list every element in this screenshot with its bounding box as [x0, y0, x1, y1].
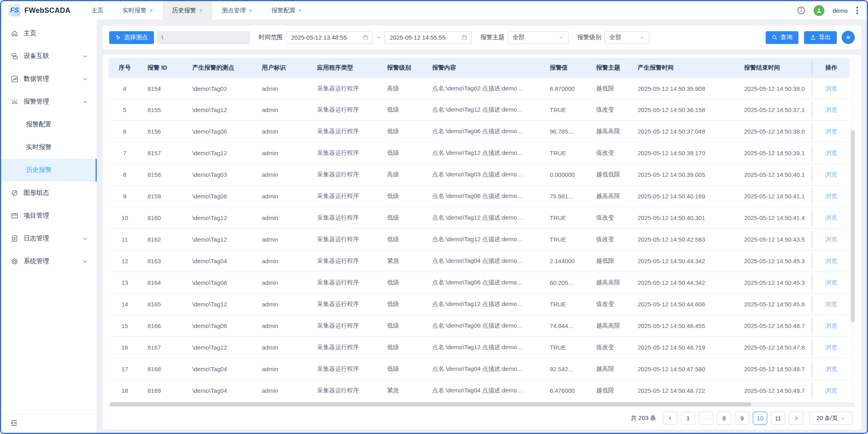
selected-point-input[interactable] [157, 31, 250, 44]
browse-link[interactable]: 浏览 [825, 192, 837, 199]
sidebar-subitem-历史报警[interactable]: 历史报警 [1, 159, 97, 182]
time-to-input[interactable] [389, 34, 458, 41]
browse-link[interactable]: 浏览 [825, 149, 837, 156]
cell-app: 采集器运行程序 [311, 99, 381, 121]
cell-seq: 10 [108, 207, 141, 229]
tab-报警配置[interactable]: 报警配置× [262, 1, 311, 20]
cell-app: 采集器运行程序 [311, 186, 381, 207]
browse-link[interactable]: 浏览 [825, 257, 837, 264]
browse-link[interactable]: 浏览 [825, 106, 837, 113]
sidebar-item-主页[interactable]: 主页 [1, 22, 97, 45]
select-point-button[interactable]: 选择测点 [109, 31, 154, 44]
cell-level: 低级 [381, 142, 426, 164]
time-to-picker[interactable] [385, 31, 472, 44]
sidebar-subitem-label: 报警配置 [26, 120, 52, 129]
page-size-select[interactable]: 20 条/页 [809, 412, 852, 425]
close-icon[interactable]: × [150, 8, 153, 13]
browse-link[interactable]: 浏览 [825, 236, 837, 242]
cell-seq: 8 [108, 164, 141, 186]
tab-主页[interactable]: 主页 [82, 1, 113, 20]
alarm-level-select[interactable]: 全部 [605, 31, 649, 44]
sidebar-item-报警管理[interactable]: 报警管理 [1, 90, 97, 113]
project-icon [11, 212, 18, 220]
column-settings-button[interactable] [842, 31, 855, 44]
sidebar-subitem-实时报警[interactable]: 实时报警 [1, 136, 97, 159]
vertical-scrollbar[interactable] [850, 58, 856, 401]
collapse-sidebar-icon[interactable] [10, 419, 18, 429]
table-row: 188169\demo\Tag04admin采集器运行程序紧急点名:\demo\… [108, 380, 850, 401]
next-page-button[interactable] [789, 412, 803, 425]
sidebar-item-系统管理[interactable]: 系统管理 [1, 250, 97, 273]
close-icon[interactable]: × [200, 8, 203, 13]
sidebar-item-设备互联[interactable]: 设备互联 [1, 45, 97, 68]
close-icon[interactable]: × [299, 8, 302, 13]
cell-start: 2025-05-12 14:50:39.005 [631, 164, 738, 186]
export-button[interactable]: 导出 [804, 31, 837, 44]
pagination: 共 203 条 1···891011 20 条/页 [108, 407, 856, 430]
browse-link[interactable]: 浏览 [825, 128, 837, 134]
chevron-down-icon [639, 35, 645, 40]
table-row: 88158\demo\Tag03admin采集器运行程序高级点名:\demo\T… [108, 164, 850, 186]
cell-user: admin [255, 315, 311, 337]
page-button-11[interactable]: 11 [771, 412, 785, 425]
browse-link[interactable]: 浏览 [825, 300, 837, 307]
prev-page-button[interactable] [663, 412, 677, 425]
cell-value: 96.785… [543, 121, 590, 142]
cell-level: 低级 [381, 294, 426, 315]
alarm-topic-label: 报警主题 [481, 34, 505, 41]
more-menu-icon[interactable] [856, 6, 859, 15]
cell-point: \demo\Tag02 [186, 78, 255, 99]
browse-link[interactable]: 浏览 [825, 365, 837, 372]
cell-topic: 值改变 [590, 207, 631, 229]
browse-link[interactable]: 浏览 [825, 387, 837, 394]
alarm-topic-select[interactable]: 全部 [508, 31, 569, 44]
horizontal-scrollbar[interactable] [109, 402, 855, 407]
history-alarm-table: 序号报警 ID产生报警的测点用户标识应用程序类型报警级别报警内容报警值报警主题产… [108, 58, 850, 401]
time-from-picker[interactable] [286, 31, 373, 44]
cell-id: 8155 [141, 99, 186, 121]
browse-link[interactable]: 浏览 [825, 171, 837, 178]
app-logo-icon: FS [8, 4, 20, 16]
query-button[interactable]: 查询 [766, 31, 798, 44]
page-button-9[interactable]: 9 [735, 412, 749, 425]
browse-link[interactable]: 浏览 [825, 279, 837, 286]
user-avatar[interactable] [814, 5, 824, 16]
browse-link[interactable]: 浏览 [825, 85, 837, 92]
cell-point: \demo\Tag12 [186, 337, 255, 358]
cell-level: 紧急 [381, 380, 426, 401]
chevron-down-icon [840, 416, 845, 421]
cell-content: 点名:\demo\Tag12 点描述:demo… [426, 229, 543, 250]
cell-topic: 越低低限 [590, 164, 631, 186]
cell-action: 浏览 [813, 78, 850, 99]
tab-实时报警[interactable]: 实时报警× [113, 1, 162, 20]
tab-测点管理[interactable]: 测点管理× [212, 1, 262, 20]
cell-id: 8160 [141, 207, 186, 229]
sidebar-subitem-报警配置[interactable]: 报警配置 [1, 113, 97, 136]
page-button-1[interactable]: 1 [681, 412, 695, 425]
info-icon[interactable] [797, 6, 806, 15]
page-button-10[interactable]: 10 [753, 412, 767, 425]
close-icon[interactable]: × [249, 8, 252, 13]
sidebar-item-数据管理[interactable]: 数据管理 [1, 68, 97, 90]
browse-link[interactable]: 浏览 [825, 322, 837, 329]
browse-link[interactable]: 浏览 [825, 344, 837, 350]
browse-link[interactable]: 浏览 [825, 214, 837, 221]
time-from-input[interactable] [290, 34, 359, 41]
calendar-icon [461, 34, 467, 40]
cell-id: 8164 [141, 272, 186, 294]
cell-point: \demo\Tag04 [186, 380, 255, 401]
cell-id: 8156 [141, 121, 186, 142]
page-button-8[interactable]: 8 [717, 412, 731, 425]
tab-历史报警[interactable]: 历史报警× [163, 1, 212, 20]
cell-user: admin [255, 186, 311, 207]
more-pages-button[interactable]: ··· [699, 412, 713, 425]
cell-level: 低级 [381, 337, 426, 358]
sidebar-item-图形组态[interactable]: 图形组态 [1, 182, 97, 204]
column-header-产生报警时间: 产生报警时间 [631, 58, 738, 78]
tab-bar: 主页实时报警×历史报警×测点管理×报警配置× [82, 1, 311, 20]
sidebar-item-项目管理[interactable]: 项目管理 [1, 204, 97, 227]
table-row: 108160\demo\Tag12admin采集器运行程序低级点名:\demo\… [108, 207, 850, 229]
chevron-down-icon [82, 54, 88, 59]
cell-start: 2025-05-12 14:50:44.342 [631, 272, 738, 294]
sidebar-item-日志管理[interactable]: 日志管理 [1, 227, 97, 250]
